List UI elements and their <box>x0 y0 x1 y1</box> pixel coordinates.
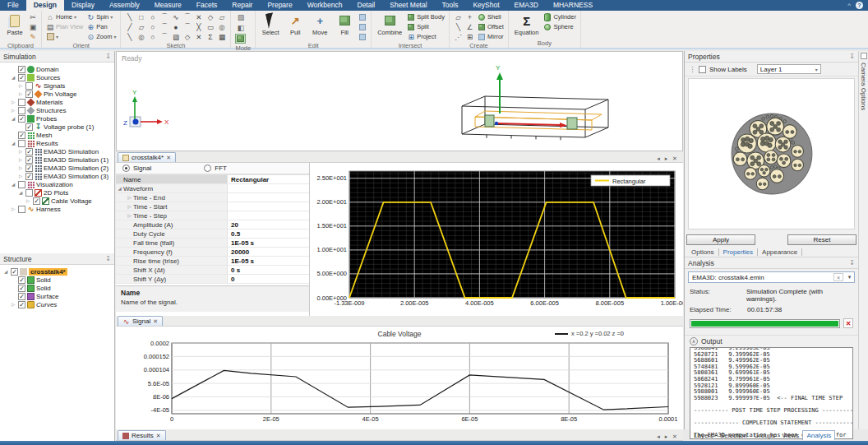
clear-icon[interactable]: ✕ <box>833 273 843 281</box>
checkbox[interactable]: ✓ <box>18 132 25 139</box>
sketch-tool-icon[interactable]: ◎ <box>217 22 226 31</box>
sketch-tool-icon[interactable]: Σ <box>205 32 215 41</box>
expander-icon[interactable]: ▷ <box>126 213 133 218</box>
expander-icon[interactable]: ▷ <box>17 157 24 162</box>
pin-icon[interactable]: ↧ <box>849 53 855 60</box>
sketch-tool-icon[interactable]: ⌒ <box>159 12 169 21</box>
edit-extra-3-button[interactable] <box>358 32 367 41</box>
sketch-tool-icon[interactable]: ◎ <box>136 32 145 41</box>
expander-icon[interactable]: ▷ <box>126 195 133 200</box>
menu-detail[interactable]: Detail <box>350 0 383 11</box>
expander-icon[interactable]: ▷ <box>10 108 16 113</box>
sketch-tool-icon[interactable]: ╳ <box>194 22 203 31</box>
checkbox[interactable] <box>18 99 25 106</box>
output-section-header[interactable]: ∧ Output <box>685 335 858 346</box>
sketch-tool-icon[interactable]: ◇ <box>182 32 192 41</box>
simulation-tree-item[interactable]: ▷✓EMA3D Simulation (3) <box>0 172 114 180</box>
sphere-button[interactable]: Sphere <box>543 22 576 31</box>
simulation-tree-item[interactable]: ✓Mesh <box>0 131 114 139</box>
close-tab-icon[interactable]: ✕ <box>153 318 158 325</box>
create-tool-icon[interactable]: ╲ <box>454 22 463 31</box>
checkbox[interactable] <box>18 206 25 213</box>
sketch-tool-icon[interactable]: ○ <box>148 22 157 31</box>
simulation-tree-item[interactable]: ▷✓EMA3D Simulation (2) <box>0 164 114 172</box>
menu-keyshot[interactable]: KeyShot <box>465 0 506 11</box>
expander-icon[interactable]: ▷ <box>17 83 24 88</box>
simulation-tree-item[interactable]: ▷✓EMA3D Simulation (1) <box>0 155 114 164</box>
sketch-tool-icon[interactable]: ✕ <box>194 32 203 41</box>
checkbox[interactable]: ✓ <box>25 148 33 155</box>
simulation-tree-item[interactable]: ▷∿Harness <box>0 205 114 213</box>
property-value[interactable]: 20000 <box>228 248 309 256</box>
edit-extra-1-button[interactable] <box>358 12 367 21</box>
tab-appearance[interactable]: Appearance <box>758 248 802 256</box>
tab-signal[interactable]: ∿ Signal ✕ <box>118 316 163 326</box>
sketch-tool-icon[interactable]: ● <box>171 22 180 31</box>
move-button[interactable]: +Move <box>309 12 330 36</box>
table-row[interactable]: ▷Time - Step <box>116 211 309 220</box>
copy-button[interactable]: ▣ <box>29 22 37 31</box>
menu-facets[interactable]: Facets <box>189 0 225 11</box>
checkbox[interactable]: ✓ <box>33 197 40 205</box>
property-value[interactable]: 0 <box>228 276 309 283</box>
simulation-tree-item[interactable]: ▷✓Cable Voltage <box>0 197 114 205</box>
layer-select[interactable]: Layer 1 ▾ <box>757 64 821 74</box>
split-button[interactable]: Split <box>407 22 445 31</box>
pull-button[interactable]: ↗Pull <box>284 12 306 36</box>
tab-views[interactable]: Views <box>778 431 802 440</box>
close-tab-icon[interactable]: ✕ <box>166 155 171 161</box>
harness-cross-section-view[interactable] <box>688 78 855 229</box>
pan-button[interactable]: ⊕Pan <box>86 22 116 31</box>
ribbon-collapse-icon[interactable]: ^ <box>847 2 851 9</box>
solid-mode-icon[interactable] <box>235 34 246 44</box>
expander-icon[interactable]: ▷ <box>17 174 24 178</box>
property-value[interactable]: 1E-05 s <box>228 257 309 265</box>
panel-icon[interactable] <box>861 53 867 59</box>
checkbox[interactable]: ✓ <box>18 74 25 81</box>
simulation-tree-item[interactable]: ◢Results <box>0 139 114 147</box>
expander-icon[interactable]: ▷ <box>17 165 24 170</box>
sketch-tool-icon[interactable]: ▦ <box>217 32 226 41</box>
checkbox[interactable]: ✓ <box>18 276 25 284</box>
simulation-tree-item[interactable]: ◢✓Sources <box>0 73 114 81</box>
menu-repair[interactable]: Repair <box>224 0 260 11</box>
expander-icon[interactable]: ◢ <box>10 75 16 80</box>
tab-groups[interactable]: Groups <box>750 431 778 440</box>
checkbox[interactable]: ✓ <box>18 66 25 73</box>
table-row[interactable]: Fall time (tfall)1E-05 s <box>116 239 309 248</box>
offset-button[interactable]: Offset <box>478 22 504 31</box>
pin-icon[interactable]: ↧ <box>105 53 111 60</box>
sketch-tool-icon[interactable]: ⌒ <box>182 12 192 21</box>
table-row[interactable]: Amplitude (A)20 <box>116 220 309 229</box>
expander-icon[interactable]: ◢ <box>10 116 16 121</box>
cylinder-button[interactable]: Cylinder <box>543 12 576 21</box>
drag-handle[interactable]: ⋮ <box>689 65 695 73</box>
tab-nav-arrows[interactable]: ◂ ▸ ✕ <box>657 433 683 440</box>
combine-button[interactable]: Combine <box>376 12 404 36</box>
create-tool-icon[interactable]: ∠ <box>465 22 474 31</box>
cable-voltage-chart[interactable]: 02E-054E-056E-058E-050.00010.00020.00015… <box>116 338 683 427</box>
sketch-tool-icon[interactable]: ◇ <box>205 12 215 21</box>
checkbox[interactable]: ✓ <box>18 301 25 308</box>
menu-display[interactable]: Display <box>64 0 102 11</box>
expander-icon[interactable]: ▷ <box>10 100 16 104</box>
select-button[interactable]: Select <box>260 12 281 36</box>
table-row[interactable]: Duty Cycle0.5 <box>116 229 309 239</box>
table-row[interactable]: ◢Waveform <box>116 184 309 193</box>
simulation-tree-item[interactable]: ▷Materials <box>0 98 114 106</box>
sketch-tool-icon[interactable]: ╲ <box>125 12 134 21</box>
sketch-tool-icon[interactable]: ▨ <box>171 32 180 41</box>
structure-tree-item[interactable]: ✓Solid <box>0 276 114 284</box>
simulation-tree-item[interactable]: ◢✓Probes <box>0 114 114 123</box>
expander-icon[interactable]: ▷ <box>17 149 24 154</box>
table-row[interactable]: Shift Y (Δy)0 <box>116 275 309 284</box>
split-body-button[interactable]: Split Body <box>407 12 445 21</box>
sketch-tool-icon[interactable]: ○ <box>148 12 157 21</box>
zoom-button[interactable]: ⊙Zoom▾ <box>86 32 116 41</box>
checkbox[interactable]: ✓ <box>25 90 33 98</box>
tab-crosstalk4[interactable]: crosstalk4* ✕ <box>118 152 176 162</box>
sketch-tool-icon[interactable]: ⌒ <box>182 22 192 31</box>
spin-button[interactable]: ↻Spin▾ <box>86 12 116 21</box>
table-row[interactable]: ▷Time - End <box>116 193 309 202</box>
menu-workbench[interactable]: Workbench <box>300 0 350 11</box>
